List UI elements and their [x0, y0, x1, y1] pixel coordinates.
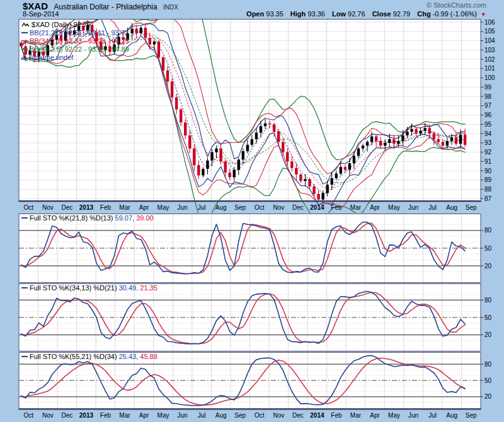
- svg-text:Jun: Jun: [178, 412, 188, 419]
- svg-text:93: 93: [484, 139, 492, 146]
- low-label: Low: [332, 10, 346, 18]
- volume-bars-icon: [21, 54, 27, 62]
- chg-value: -0.99 (-1.06%): [433, 10, 477, 18]
- chart-type-icon: [21, 22, 30, 28]
- chart-header: $XAD Australian Dollar - Philadelphia IN…: [0, 0, 504, 19]
- close-label: Close: [372, 10, 391, 18]
- svg-text:91: 91: [484, 158, 492, 165]
- legend-bb21: BB(21,2.0) 92.51 - 93.11 - 93.72: [30, 29, 129, 37]
- svg-text:Oct: Oct: [23, 412, 33, 419]
- svg-text:Aug: Aug: [215, 204, 227, 211]
- panel1-name: Full STO %K(21,8) %D(13): [30, 214, 113, 222]
- svg-text:Apr: Apr: [139, 412, 149, 419]
- instrument-name: Australian Dollar - Philadelphia: [54, 3, 157, 11]
- svg-text:Apr: Apr: [370, 412, 380, 419]
- svg-text:50: 50: [484, 245, 492, 252]
- ohlc-quote-bar: Open 93.35 High 93.36 Low 92.76 Close 92…: [241, 10, 486, 18]
- line-swatch: [21, 32, 28, 33]
- svg-text:Oct: Oct: [255, 204, 265, 211]
- svg-text:Sep: Sep: [234, 412, 246, 419]
- svg-text:Nov: Nov: [42, 412, 54, 419]
- svg-text:Nov: Nov: [273, 412, 284, 419]
- svg-text:98: 98: [484, 93, 492, 100]
- svg-text:Feb: Feb: [100, 204, 112, 211]
- legend-volume: Volume undef: [31, 54, 73, 61]
- svg-text:Sep: Sep: [234, 204, 246, 211]
- stockcharts-page: $XAD Australian Dollar - Philadelphia IN…: [0, 0, 504, 422]
- svg-text:2014: 2014: [310, 412, 324, 419]
- svg-text:Feb: Feb: [331, 412, 342, 419]
- svg-text:Nov: Nov: [273, 204, 284, 211]
- panel2-d-value: 21.35: [140, 284, 158, 292]
- svg-text:Oct: Oct: [255, 412, 265, 419]
- svg-text:Dec: Dec: [292, 204, 304, 211]
- svg-text:101: 101: [484, 65, 495, 72]
- line-swatch: [21, 40, 28, 42]
- svg-text:Jun: Jun: [408, 204, 418, 211]
- svg-text:Aug: Aug: [446, 204, 457, 211]
- svg-text:50: 50: [484, 314, 492, 321]
- svg-text:106: 106: [484, 19, 495, 26]
- chg-label: Chg: [417, 10, 430, 18]
- svg-text:104: 104: [484, 37, 495, 44]
- panel2-k-value: 30.49,: [119, 284, 139, 292]
- stochastic-panel-2: 805020: [0, 283, 504, 351]
- svg-text:Feb: Feb: [100, 412, 112, 419]
- svg-text:Jun: Jun: [408, 412, 418, 419]
- svg-text:89: 89: [484, 176, 492, 183]
- svg-text:Mar: Mar: [119, 412, 130, 419]
- exchange-label: INDX: [163, 4, 178, 11]
- svg-text:Mar: Mar: [119, 204, 130, 211]
- svg-text:Jul: Jul: [198, 412, 206, 419]
- svg-text:2014: 2014: [310, 204, 324, 211]
- line-swatch: [21, 287, 28, 288]
- line-swatch: [21, 48, 28, 50]
- open-value: 93.35: [266, 10, 284, 18]
- svg-text:87: 87: [484, 195, 492, 202]
- panel1-k-value: 59.07,: [115, 214, 135, 222]
- svg-text:88: 88: [484, 186, 492, 193]
- low-value: 92.76: [348, 10, 365, 18]
- svg-text:Apr: Apr: [139, 204, 149, 211]
- svg-text:Jul: Jul: [198, 204, 206, 211]
- svg-text:20: 20: [484, 263, 492, 270]
- svg-text:Oct: Oct: [23, 204, 33, 211]
- svg-text:Nov: Nov: [42, 204, 54, 211]
- down-triangle-icon: ▼: [481, 11, 486, 18]
- svg-text:May: May: [158, 204, 169, 211]
- open-label: Open: [246, 10, 264, 18]
- svg-text:Sep: Sep: [466, 204, 477, 211]
- main-chart-legend: $XAD (Daily) 92.79 BB(21,2.0) 92.51 - 93…: [21, 21, 129, 62]
- svg-text:97: 97: [484, 102, 492, 109]
- svg-text:96: 96: [484, 111, 492, 118]
- svg-text:Apr: Apr: [370, 204, 380, 211]
- svg-text:105: 105: [484, 28, 495, 35]
- panel1-legend: Full STO %K(21,8) %D(13) 59.07, 39.00: [21, 214, 154, 222]
- svg-text:Feb: Feb: [331, 204, 342, 211]
- panel3-k-value: 25.43,: [119, 353, 139, 360]
- svg-text:Aug: Aug: [446, 412, 457, 419]
- legend-bb55: BB(55,2.5) 92.22 - 93.55 - 94.89: [30, 45, 129, 53]
- svg-text:Dec: Dec: [292, 412, 304, 419]
- bottom-month-axis: OctNovDec2013FebMarAprMayJunJulAugSepOct…: [0, 409, 504, 421]
- stochastic-panel-3: 805020: [0, 352, 504, 409]
- legend-bb34: BB(34,2.1) 92.33 - 93.29 - 94.25: [30, 37, 129, 45]
- svg-text:May: May: [388, 204, 400, 211]
- line-swatch: [21, 217, 28, 219]
- panel1-d-value: 39.00: [136, 214, 154, 222]
- svg-text:80: 80: [484, 297, 492, 304]
- high-label: High: [290, 10, 306, 18]
- svg-text:20: 20: [484, 393, 492, 400]
- svg-text:20: 20: [484, 331, 492, 338]
- high-value: 93.36: [307, 10, 325, 18]
- legend-title: $XAD (Daily) 92.79: [32, 21, 91, 28]
- svg-text:2013: 2013: [79, 204, 94, 211]
- svg-text:Jul: Jul: [428, 204, 437, 211]
- svg-text:80: 80: [484, 361, 492, 368]
- panel3-legend: Full STO %K(55,21) %D(34) 25.43, 45.88: [21, 353, 158, 360]
- svg-text:Jul: Jul: [428, 412, 437, 419]
- stockcharts-credit-link[interactable]: © StockCharts.com: [427, 1, 486, 9]
- svg-text:99: 99: [484, 84, 492, 91]
- svg-text:90: 90: [484, 168, 492, 174]
- svg-text:103: 103: [484, 47, 495, 54]
